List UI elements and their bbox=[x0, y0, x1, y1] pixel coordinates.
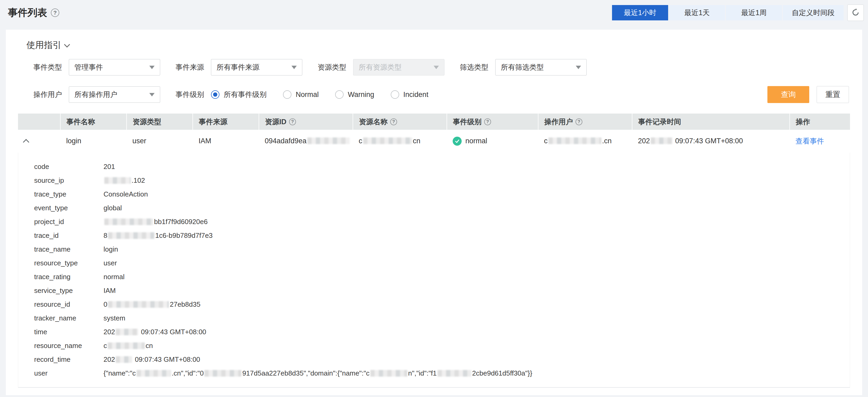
radio-label: Normal bbox=[296, 91, 319, 99]
cell-resource-type: user bbox=[127, 130, 193, 153]
redacted-blur bbox=[549, 138, 601, 144]
query-button[interactable]: 查询 bbox=[767, 86, 809, 103]
help-icon[interactable]: ? bbox=[289, 118, 296, 125]
event-type-select[interactable]: 管理事件 bbox=[69, 59, 160, 75]
help-icon[interactable]: ? bbox=[484, 118, 491, 125]
detail-value: normal bbox=[103, 273, 124, 281]
help-icon[interactable]: ? bbox=[576, 118, 582, 125]
usage-guide-label: 使用指引 bbox=[27, 39, 61, 51]
table-row: loginuserIAM094adafd9eaccnnormalc.cn202 … bbox=[18, 130, 850, 153]
view-event-link[interactable]: 查看事件 bbox=[796, 137, 824, 145]
event-level-radio-group: 所有事件级别NormalWarningIncident bbox=[211, 90, 445, 99]
event-level-text: normal bbox=[465, 137, 487, 145]
redacted-blur bbox=[104, 218, 153, 225]
chevron-down-icon bbox=[149, 93, 155, 96]
cell-operator: c.cn bbox=[538, 130, 632, 153]
redacted-blur bbox=[104, 177, 131, 184]
detail-key: trace_id bbox=[34, 232, 103, 240]
chevron-down-icon bbox=[291, 66, 297, 69]
detail-row-trace_rating: trace_ratingnormal bbox=[18, 270, 850, 284]
detail-row-resource_type: resource_typeuser bbox=[18, 256, 850, 270]
reset-button[interactable]: 重置 bbox=[817, 86, 849, 103]
detail-row-project_id: project_idbb1f7f9d60920e6 bbox=[18, 215, 850, 229]
detail-key: event_type bbox=[34, 204, 103, 212]
detail-row-time: time202 09:07:43 GMT+08:00 bbox=[18, 325, 850, 339]
filter-event-level: 事件级别 所有事件级别NormalWarningIncident bbox=[176, 90, 445, 99]
column-header-label: 操作用户 bbox=[544, 118, 573, 126]
column-header-label: 事件来源 bbox=[199, 118, 227, 126]
time-range-option-1[interactable]: 最近1小时 bbox=[612, 5, 668, 21]
event-table-wrap: 事件名称资源类型事件来源资源ID?资源名称?事件级别?操作用户?事件记录时间操作… bbox=[18, 114, 850, 153]
column-header-资源ID: 资源ID? bbox=[259, 114, 353, 130]
detail-value: 202 09:07:43 GMT+08:00 bbox=[103, 328, 206, 336]
filter-type-select[interactable]: 所有筛选类型 bbox=[495, 59, 587, 75]
filter-type-value: 所有筛选类型 bbox=[501, 62, 544, 72]
cell-event-name: login bbox=[60, 130, 127, 153]
column-header-事件级别: 事件级别? bbox=[447, 114, 538, 130]
cell-event-level: normal bbox=[447, 130, 538, 153]
detail-row-source_ip: source_ip.102 bbox=[18, 174, 850, 187]
detail-row-record_time: record_time202 09:07:43 GMT+08:00 bbox=[18, 353, 850, 367]
detail-row-tracker_name: tracker_namesystem bbox=[18, 311, 850, 325]
detail-key: code bbox=[34, 163, 103, 171]
help-icon[interactable]: ? bbox=[390, 118, 397, 125]
filter-resource-type: 资源类型 所有资源类型 bbox=[318, 59, 444, 75]
time-range-option-4[interactable]: 自定义时间段 bbox=[783, 5, 844, 21]
cell-resource-name: ccn bbox=[353, 130, 447, 153]
detail-row-user: user{"name":"c.cn","id":"0917d5aa227eb8d… bbox=[18, 367, 850, 380]
detail-value: 027eb8d35 bbox=[103, 300, 200, 309]
event-source-select[interactable]: 所有事件来源 bbox=[211, 59, 302, 75]
column-header-label: 事件记录时间 bbox=[638, 118, 681, 126]
filter-row-1: 事件类型 管理事件 事件来源 所有事件来源 资源类型 所有资源类型 筛选类型 所… bbox=[6, 59, 862, 75]
column-header-资源名称: 资源名称? bbox=[353, 114, 447, 130]
detail-value: 202 09:07:43 GMT+08:00 bbox=[103, 356, 200, 364]
cell-expand-toggle bbox=[18, 130, 60, 153]
column-header-操作用户: 操作用户? bbox=[538, 114, 632, 130]
event-level-radio-2[interactable]: Normal bbox=[283, 90, 319, 99]
redacted-blur bbox=[370, 370, 407, 376]
column-header-label: 事件名称 bbox=[66, 118, 95, 126]
radio-label: Incident bbox=[403, 91, 429, 99]
event-level-radio-1[interactable]: 所有事件级别 bbox=[211, 90, 267, 99]
radio-dot-icon bbox=[211, 90, 219, 99]
top-bar: 事件列表 ? 最近1小时最近1天最近1周自定义时间段 bbox=[0, 0, 868, 25]
redacted-blur bbox=[108, 301, 169, 308]
detail-key: time bbox=[34, 328, 103, 336]
event-level-radio-3[interactable]: Warning bbox=[335, 90, 374, 99]
operator-select[interactable]: 所有操作用户 bbox=[69, 86, 160, 103]
refresh-icon bbox=[851, 8, 860, 18]
chevron-down-icon bbox=[434, 66, 439, 69]
detail-key: trace_type bbox=[34, 190, 103, 198]
detail-row-trace_name: trace_namelogin bbox=[18, 243, 850, 256]
detail-value: 201 bbox=[103, 163, 115, 171]
detail-value: 81c6-b9b789d7f7e3 bbox=[103, 232, 213, 240]
detail-value: {"name":"c.cn","id":"0917d5aa227eb8d35",… bbox=[103, 369, 532, 377]
table-header-row: 事件名称资源类型事件来源资源ID?资源名称?事件级别?操作用户?事件记录时间操作 bbox=[18, 114, 850, 130]
time-range-option-3[interactable]: 最近1周 bbox=[726, 5, 782, 21]
time-range-group: 最近1小时最近1天最近1周自定义时间段 bbox=[612, 5, 844, 21]
resource-type-select: 所有资源类型 bbox=[353, 59, 444, 75]
usage-guide-toggle[interactable]: 使用指引 bbox=[27, 39, 862, 51]
column-header-label: 资源名称 bbox=[359, 118, 388, 126]
radio-label: 所有事件级别 bbox=[224, 90, 267, 99]
collapse-row-icon[interactable] bbox=[23, 139, 29, 145]
detail-row-event_type: event_typeglobal bbox=[18, 201, 850, 215]
detail-row-service_type: service_typeIAM bbox=[18, 284, 850, 298]
time-range-option-2[interactable]: 最近1天 bbox=[669, 5, 725, 21]
detail-row-trace_id: trace_id81c6-b9b789d7f7e3 bbox=[18, 229, 850, 243]
refresh-button[interactable] bbox=[847, 4, 864, 21]
cell-record-time: 202 09:07:43 GMT+08:00 bbox=[632, 130, 789, 153]
resource-type-value: 所有资源类型 bbox=[359, 62, 402, 72]
column-header-label: 操作 bbox=[796, 118, 810, 126]
redacted-blur bbox=[438, 370, 471, 376]
radio-label: Warning bbox=[348, 91, 374, 99]
redacted-blur bbox=[136, 370, 171, 376]
page-help-icon[interactable]: ? bbox=[51, 8, 59, 17]
cell-action: 查看事件 bbox=[789, 130, 850, 153]
detail-value: login bbox=[103, 245, 118, 253]
event-level-radio-4[interactable]: Incident bbox=[391, 90, 429, 99]
detail-key: resource_name bbox=[34, 342, 103, 350]
filter-operator: 操作用户 所有操作用户 bbox=[33, 86, 160, 103]
event-level-value: normal bbox=[453, 137, 538, 146]
cell-resource-id: 094adafd9ea bbox=[259, 130, 353, 153]
